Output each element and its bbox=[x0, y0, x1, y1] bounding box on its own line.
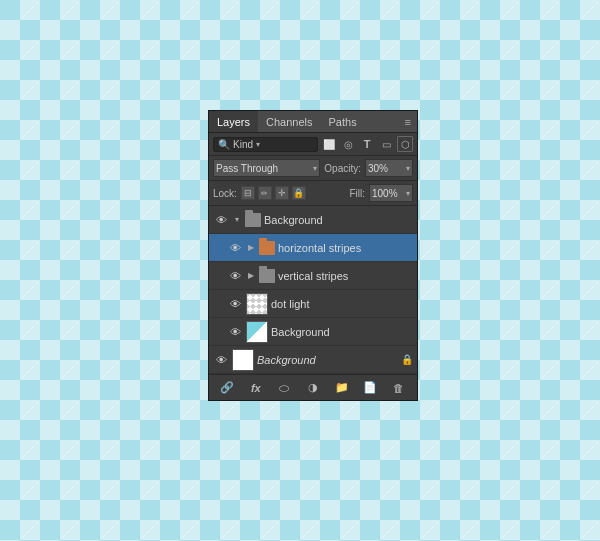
expand-arrow[interactable]: ▶ bbox=[246, 243, 256, 253]
tab-channels[interactable]: Channels bbox=[258, 111, 320, 132]
opacity-select[interactable]: 30% 100% 50% bbox=[365, 159, 413, 177]
fill-wrap[interactable]: 100% 50% 0% bbox=[369, 184, 413, 202]
new-group-button[interactable]: 📁 bbox=[333, 379, 351, 397]
smart-filter-icon[interactable]: ⬡ bbox=[397, 136, 413, 152]
visibility-icon[interactable]: 👁 bbox=[227, 268, 243, 284]
bottom-action-bar: 🔗 fx ⬭ ◑ 📁 📄 🗑 bbox=[209, 374, 417, 400]
link-layers-button[interactable]: 🔗 bbox=[218, 379, 236, 397]
layers-list: 👁 ▾ Background 👁 ▶ horizontal stripes 👁 … bbox=[209, 206, 417, 374]
filter-icons: ⬜ ◎ T ▭ ⬡ bbox=[321, 136, 413, 152]
visibility-icon[interactable]: 👁 bbox=[227, 240, 243, 256]
adjustment-filter-icon[interactable]: ◎ bbox=[340, 136, 356, 152]
lock-move-icon[interactable]: ✛ bbox=[275, 186, 289, 200]
collapse-arrow[interactable]: ▾ bbox=[232, 215, 242, 225]
lock-pixels-icon[interactable]: ⊟ bbox=[241, 186, 255, 200]
layer-row-background-locked[interactable]: 👁 Background 🔒 bbox=[209, 346, 417, 374]
visibility-icon[interactable]: 👁 bbox=[213, 212, 229, 228]
opacity-wrap[interactable]: 30% 100% 50% bbox=[365, 159, 413, 177]
tab-paths[interactable]: Paths bbox=[321, 111, 365, 132]
filter-toolbar: 🔍 Kind ▾ ⬜ ◎ T ▭ ⬡ bbox=[209, 133, 417, 156]
new-adjustment-button[interactable]: ◑ bbox=[304, 379, 322, 397]
kind-filter[interactable]: 🔍 Kind ▾ bbox=[213, 137, 318, 152]
panel-menu-icon[interactable]: ≡ bbox=[399, 113, 417, 131]
shape-filter-icon[interactable]: ▭ bbox=[378, 136, 394, 152]
layer-row-background-group[interactable]: 👁 ▾ Background bbox=[209, 206, 417, 234]
tab-layers[interactable]: Layers bbox=[209, 111, 258, 132]
layer-row-dot-light[interactable]: 👁 dot light bbox=[209, 290, 417, 318]
kind-label: Kind bbox=[233, 139, 253, 150]
layer-name: horizontal stripes bbox=[278, 242, 413, 254]
layer-name: Background bbox=[264, 214, 413, 226]
layer-thumbnail bbox=[232, 349, 254, 371]
layer-name: dot light bbox=[271, 298, 413, 310]
visibility-icon[interactable]: 👁 bbox=[227, 324, 243, 340]
lock-all-icon[interactable]: 🔒 bbox=[292, 186, 306, 200]
layer-row-background-layer[interactable]: 👁 Background bbox=[209, 318, 417, 346]
fill-select[interactable]: 100% 50% 0% bbox=[369, 184, 413, 202]
kind-dropdown-arrow: ▾ bbox=[256, 140, 260, 149]
lock-position-icon[interactable]: ✏ bbox=[258, 186, 272, 200]
blend-mode-wrap[interactable]: Pass Through Normal Multiply Screen Over… bbox=[213, 159, 320, 177]
blend-mode-select[interactable]: Pass Through Normal Multiply Screen Over… bbox=[213, 159, 320, 177]
layer-row-horizontal-stripes[interactable]: 👁 ▶ horizontal stripes bbox=[209, 234, 417, 262]
visibility-icon[interactable]: 👁 bbox=[227, 296, 243, 312]
lock-indicator-icon: 🔒 bbox=[401, 354, 413, 365]
pixel-filter-icon[interactable]: ⬜ bbox=[321, 136, 337, 152]
lock-icons-group: ⊟ ✏ ✛ 🔒 bbox=[241, 186, 306, 200]
folder-icon-orange bbox=[259, 241, 275, 255]
layer-row-vertical-stripes[interactable]: 👁 ▶ vertical stripes bbox=[209, 262, 417, 290]
visibility-icon[interactable]: 👁 bbox=[213, 352, 229, 368]
layer-name: Background bbox=[271, 326, 413, 338]
lock-fill-toolbar: Lock: ⊟ ✏ ✛ 🔒 Fill: 100% 50% 0% bbox=[209, 181, 417, 206]
type-filter-icon[interactable]: T bbox=[359, 136, 375, 152]
new-layer-button[interactable]: 📄 bbox=[361, 379, 379, 397]
layer-name: Background bbox=[257, 354, 398, 366]
add-mask-button[interactable]: ⬭ bbox=[275, 379, 293, 397]
delete-layer-button[interactable]: 🗑 bbox=[390, 379, 408, 397]
layer-thumbnail bbox=[246, 293, 268, 315]
layer-thumbnail bbox=[246, 321, 268, 343]
opacity-label: Opacity: bbox=[324, 163, 361, 174]
layers-panel: Layers Channels Paths ≡ 🔍 Kind ▾ ⬜ ◎ T ▭… bbox=[208, 110, 418, 401]
fx-button[interactable]: fx bbox=[247, 379, 265, 397]
search-icon: 🔍 bbox=[218, 139, 230, 150]
lock-label: Lock: bbox=[213, 188, 237, 199]
tab-bar: Layers Channels Paths ≡ bbox=[209, 111, 417, 133]
blendmode-toolbar: Pass Through Normal Multiply Screen Over… bbox=[209, 156, 417, 181]
fill-label: Fill: bbox=[349, 188, 365, 199]
expand-arrow[interactable]: ▶ bbox=[246, 271, 256, 281]
folder-icon bbox=[259, 269, 275, 283]
folder-icon bbox=[245, 213, 261, 227]
layer-name: vertical stripes bbox=[278, 270, 413, 282]
